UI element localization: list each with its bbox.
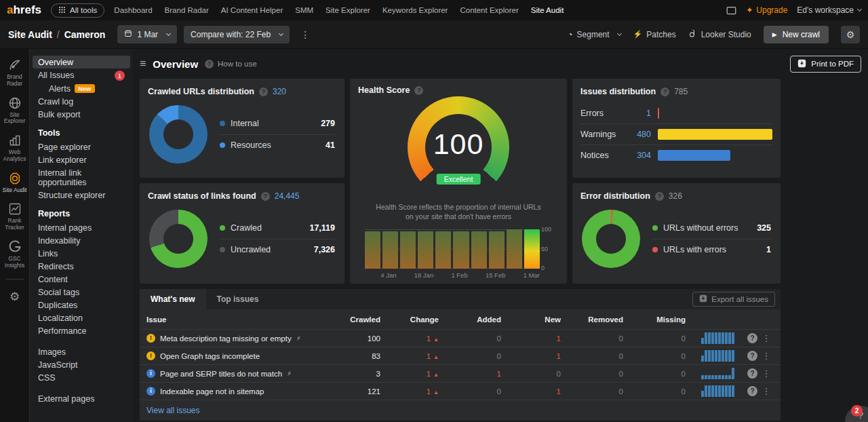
- sidebar-item-links[interactable]: Links: [33, 247, 130, 260]
- row-help-icon[interactable]: ?: [747, 333, 757, 343]
- settings-button[interactable]: ⚙: [841, 26, 860, 43]
- export-all-issues-button[interactable]: Export all issues: [692, 292, 775, 307]
- compare-button[interactable]: Compare with: 22 Feb: [184, 26, 290, 43]
- sidebar-item-css[interactable]: CSS: [33, 371, 130, 384]
- breadcrumb-section[interactable]: Site Audit: [8, 29, 52, 40]
- topnav-item-site-explorer[interactable]: Site Explorer: [326, 6, 370, 14]
- rail-item-brand-radar[interactable]: Brand Radar: [0, 58, 29, 88]
- rail-item-site-audit[interactable]: Site Audit: [0, 172, 29, 194]
- rail-item-web-analytics[interactable]: Web Analytics: [0, 134, 29, 163]
- row-menu-icon[interactable]: ⋮: [757, 333, 775, 343]
- topnav-item-keywords-explorer[interactable]: Keywords Explorer: [382, 6, 448, 14]
- health-history-bar[interactable]: [400, 231, 416, 269]
- topnav-item-content-explorer[interactable]: Content Explorer: [460, 6, 518, 14]
- health-history-bar[interactable]: [365, 231, 380, 269]
- workspace-menu[interactable]: Ed's workspace: [797, 5, 861, 15]
- row-help-icon[interactable]: ?: [747, 368, 757, 379]
- help-icon[interactable]: ?: [660, 88, 669, 96]
- sidebar-item-javascript[interactable]: JavaScript: [33, 358, 130, 371]
- toolbar-more-menu[interactable]: ⋮: [296, 29, 314, 40]
- row-menu-icon[interactable]: ⋮: [757, 386, 775, 396]
- sidebar-item-indexability[interactable]: Indexability: [33, 234, 130, 247]
- notification-badge[interactable]: 2: [851, 405, 863, 417]
- issues-dist-bar[interactable]: [658, 150, 730, 161]
- rail-item-site-explorer[interactable]: Site Explorer: [0, 96, 29, 126]
- topnav-item-ai-content-helper[interactable]: AI Content Helper: [221, 6, 283, 14]
- column-header-new[interactable]: New: [501, 315, 561, 324]
- upgrade-button[interactable]: ✦Upgrade: [746, 5, 787, 15]
- sidebar-item-localization[interactable]: Localization: [33, 311, 130, 324]
- hamburger-icon[interactable]: ≡: [140, 58, 146, 70]
- issue-trend-sparkline[interactable]: [686, 385, 734, 397]
- issue-row-open-graph-tags-incomplete[interactable]: !Open Graph tags incomplete831▲0100?⋮: [140, 347, 781, 364]
- looker-studio-button[interactable]: Looker Studio: [688, 29, 751, 40]
- topnav-item-site-audit[interactable]: Site Audit: [531, 6, 564, 14]
- tab-what-s-new[interactable]: What's new: [140, 289, 206, 309]
- column-header-change[interactable]: Change: [380, 315, 439, 324]
- sidebar-item-all-issues[interactable]: All Issues1: [33, 69, 130, 82]
- help-icon[interactable]: ?: [259, 88, 268, 96]
- health-history-bar[interactable]: [418, 231, 433, 269]
- issues-dist-bar[interactable]: [658, 129, 772, 140]
- print-to-pdf-button[interactable]: Print to PDF: [790, 56, 861, 73]
- tab-top-issues[interactable]: Top issues: [206, 289, 270, 309]
- topnav-item-brand-radar[interactable]: Brand Radar: [165, 6, 209, 14]
- legend-item-internal[interactable]: Internal279: [220, 113, 335, 134]
- breadcrumb-project[interactable]: Cameron: [64, 29, 106, 40]
- issue-trend-sparkline[interactable]: [686, 368, 734, 379]
- sidebar-item-internal-link-opportunities[interactable]: Internal link opportunities: [33, 166, 130, 189]
- column-header-crawled[interactable]: Crawled: [330, 315, 380, 324]
- issue-row-indexable-page-not-in-sitemap[interactable]: iIndexable page not in sitemap1211▲0100?…: [140, 382, 781, 400]
- issues-dist-value-link[interactable]: 1: [628, 109, 651, 118]
- row-menu-icon[interactable]: ⋮: [757, 351, 775, 361]
- column-header-missing[interactable]: Missing: [623, 315, 686, 324]
- row-help-icon[interactable]: ?: [747, 386, 757, 396]
- rail-item-gsc-insights[interactable]: GSC Insights: [0, 240, 29, 269]
- health-history-bar[interactable]: [382, 231, 398, 269]
- sidebar-item-alerts[interactable]: AlertsNew: [33, 82, 130, 95]
- sidebar-item-social-tags[interactable]: Social tags: [33, 286, 130, 299]
- issue-row-meta-description-tag-missing-or-empty[interactable]: !Meta description tag missing or empty⚡1…: [140, 329, 781, 347]
- ahrefs-logo[interactable]: ahrefs: [7, 3, 41, 17]
- display-icon[interactable]: [726, 6, 736, 15]
- issue-trend-sparkline[interactable]: [686, 332, 734, 344]
- column-header-removed[interactable]: Removed: [561, 315, 623, 324]
- legend-item-resources[interactable]: Resources41: [220, 134, 335, 156]
- issue-trend-sparkline[interactable]: [686, 350, 734, 362]
- sidebar-item-external-pages[interactable]: External pages: [33, 392, 130, 405]
- health-history-bar[interactable]: [489, 231, 505, 269]
- sidebar-item-redirects[interactable]: Redirects: [33, 260, 130, 273]
- health-history-bar[interactable]: [507, 229, 522, 269]
- crawled-urls-donut-chart[interactable]: [149, 105, 208, 164]
- legend-item-uncrawled[interactable]: Uncrawled7,326: [220, 239, 335, 261]
- column-header-issue[interactable]: Issue: [146, 315, 330, 324]
- legend-item-urls-with-errors[interactable]: URLs with errors1: [652, 239, 771, 261]
- all-tools-button[interactable]: All tools: [51, 3, 104, 18]
- topnav-item-smm[interactable]: SMM: [295, 6, 313, 14]
- help-icon[interactable]: ?: [655, 192, 664, 201]
- health-history-bar[interactable]: [524, 229, 540, 269]
- sidebar-item-content[interactable]: Content: [33, 273, 130, 286]
- row-help-icon[interactable]: ?: [747, 351, 757, 361]
- health-history-bar[interactable]: [435, 231, 451, 269]
- rail-gear-icon[interactable]: ⚙: [9, 290, 20, 304]
- sidebar-item-duplicates[interactable]: Duplicates: [33, 299, 130, 311]
- health-history-bar[interactable]: [471, 231, 487, 269]
- help-icon[interactable]: ?: [261, 192, 270, 201]
- sidebar-item-page-explorer[interactable]: Page explorer: [33, 140, 130, 153]
- sidebar-item-internal-pages[interactable]: Internal pages: [33, 221, 130, 234]
- crawl-status-donut-chart[interactable]: [149, 210, 208, 268]
- new-crawl-button[interactable]: ▶New crawl: [764, 26, 829, 43]
- crawl-status-total-link[interactable]: 24,445: [275, 191, 300, 201]
- segment-button[interactable]: ◔Segment: [568, 30, 620, 39]
- view-all-issues-link[interactable]: View all issues: [146, 406, 199, 415]
- how-to-use-link[interactable]: ?How to use: [205, 60, 257, 69]
- legend-item-urls-without-errors[interactable]: URLs without errors325: [652, 218, 771, 239]
- issues-dist-bar[interactable]: [658, 108, 659, 119]
- date-picker-button[interactable]: 1 Mar: [117, 25, 177, 43]
- sidebar-item-images[interactable]: Images: [33, 345, 130, 358]
- sidebar-item-overview[interactable]: Overview: [33, 56, 130, 69]
- crawled-urls-total-link[interactable]: 320: [273, 87, 286, 96]
- sidebar-item-structure-explorer[interactable]: Structure explorer: [33, 189, 130, 202]
- issues-dist-value-link[interactable]: 480: [628, 130, 651, 139]
